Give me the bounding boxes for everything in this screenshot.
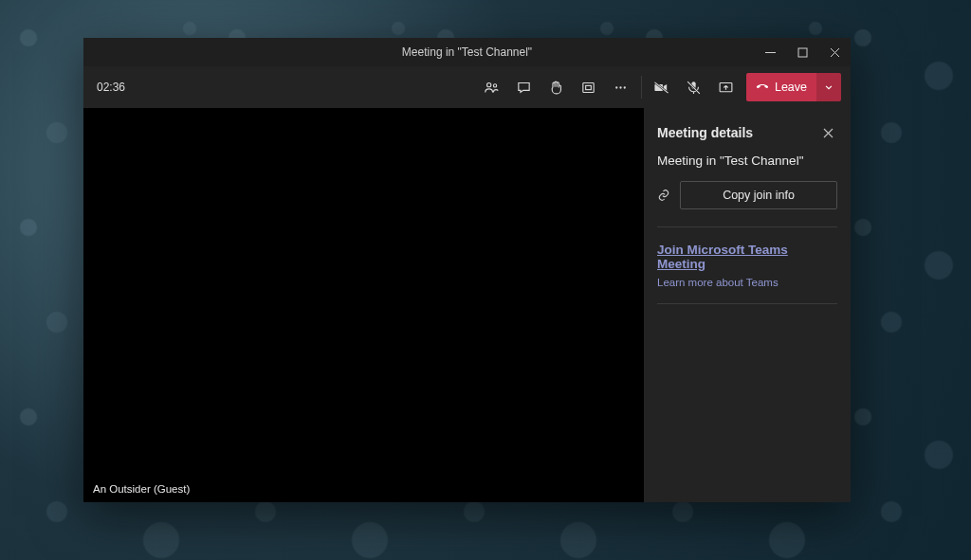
panel-heading: Meeting details: [657, 125, 753, 140]
camera-toggle-button[interactable]: [648, 73, 676, 101]
copy-join-info-button[interactable]: Copy join info: [680, 181, 837, 209]
panel-header: Meeting details: [644, 108, 851, 150]
leave-label: Leave: [775, 81, 807, 94]
camera-off-icon: [653, 80, 669, 96]
svg-point-5: [616, 86, 618, 88]
leave-split-button: Leave: [746, 73, 841, 101]
rooms-button[interactable]: [575, 73, 603, 101]
title-bar: Meeting in "Test Channel": [83, 38, 851, 66]
close-panel-button[interactable]: [816, 121, 839, 144]
svg-point-6: [620, 86, 622, 88]
meeting-title: Meeting in "Test Channel": [644, 150, 851, 181]
svg-point-7: [624, 86, 626, 88]
minimize-button[interactable]: [754, 38, 786, 66]
more-actions-button[interactable]: [607, 73, 635, 101]
video-stage: An Outsider (Guest): [83, 108, 644, 502]
rooms-icon: [580, 80, 596, 96]
toolbar-av-group: [648, 73, 741, 101]
mic-off-icon: [686, 80, 702, 96]
people-icon: [484, 80, 500, 96]
svg-point-2: [494, 83, 497, 86]
leave-button[interactable]: Leave: [746, 73, 816, 101]
close-window-button[interactable]: [818, 38, 851, 66]
close-icon: [830, 47, 840, 58]
share-icon: [718, 80, 734, 96]
svg-rect-0: [798, 48, 807, 57]
participant-caption: An Outsider (Guest): [93, 483, 190, 495]
maximize-button[interactable]: [786, 38, 818, 66]
mic-toggle-button[interactable]: [680, 73, 708, 101]
minimize-icon: [765, 47, 776, 58]
window-controls: [754, 38, 851, 66]
share-screen-button[interactable]: [712, 73, 741, 101]
hand-icon: [548, 80, 564, 96]
chat-button[interactable]: [510, 73, 539, 101]
meeting-toolbar: 02:36: [83, 66, 851, 108]
panel-links: Join Microsoft Teams Meeting Learn more …: [644, 227, 851, 303]
meeting-details-panel: Meeting details Meeting in "Test Channel…: [644, 108, 851, 502]
leave-options-button[interactable]: [816, 73, 841, 101]
link-icon: [657, 189, 670, 202]
participants-button[interactable]: [478, 73, 506, 101]
maximize-icon: [797, 47, 808, 58]
chat-icon: [516, 80, 532, 96]
meeting-timer: 02:36: [97, 81, 125, 94]
panel-divider: [657, 303, 837, 304]
toolbar-center-group: [478, 73, 635, 101]
window-title: Meeting in "Test Channel": [402, 45, 532, 59]
svg-point-1: [487, 82, 491, 86]
learn-more-link[interactable]: Learn more about Teams: [657, 277, 837, 288]
meeting-window: Meeting in "Test Channel" 02:36: [83, 38, 851, 502]
copy-join-row: Copy join info: [644, 181, 851, 226]
chevron-down-icon: [822, 81, 835, 94]
meeting-body: An Outsider (Guest) Meeting details Meet…: [83, 108, 851, 502]
join-teams-link[interactable]: Join Microsoft Teams Meeting: [657, 243, 837, 271]
hangup-icon: [756, 81, 769, 94]
toolbar-divider: [641, 76, 642, 99]
svg-rect-4: [586, 85, 592, 89]
more-icon: [613, 80, 629, 96]
raise-hand-button[interactable]: [542, 73, 571, 101]
svg-rect-3: [583, 82, 594, 92]
close-icon: [823, 128, 834, 138]
